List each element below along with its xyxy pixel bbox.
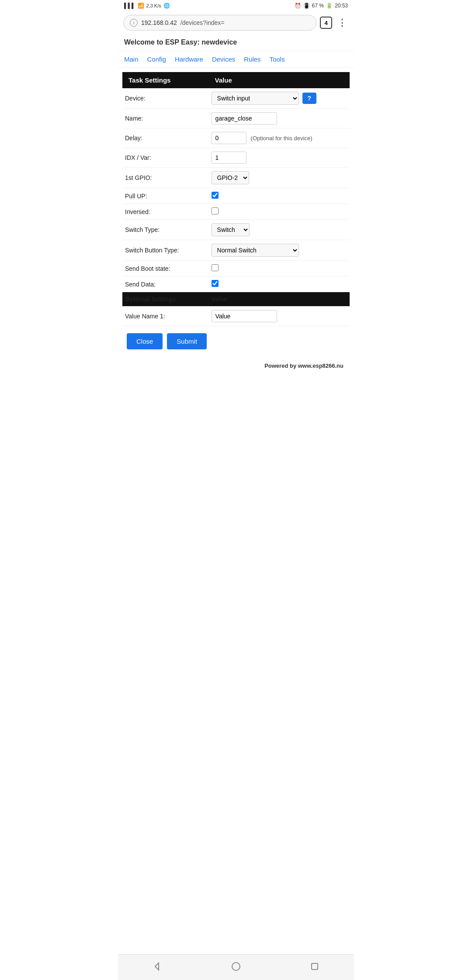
optional-settings-col2: Value xyxy=(209,292,350,307)
battery-text: 67 % xyxy=(312,3,324,9)
idx-value-cell xyxy=(209,148,350,168)
pullup-row: Pull UP: xyxy=(122,188,350,204)
device-value-cell: Switch input Temperature Humidity ? xyxy=(209,88,350,109)
speed-indicator: 2,3 K/s xyxy=(146,3,161,8)
sendboot-checkbox[interactable] xyxy=(212,264,219,271)
optional-settings-header: Optional Settings Value xyxy=(122,292,350,307)
switchbtntype-label: Switch Button Type: xyxy=(122,240,209,261)
inversed-value-cell xyxy=(209,204,350,220)
alarm-icon: ⏰ xyxy=(295,3,301,9)
delay-note: (Optional for this device) xyxy=(251,135,312,141)
switchtype-row: Switch Type: Switch Dimmer xyxy=(122,220,350,240)
info-icon: i xyxy=(130,19,138,27)
battery-icon: 🔋 xyxy=(326,3,333,9)
gpio-value-cell: GPIO-0 GPIO-2 GPIO-4 xyxy=(209,168,350,188)
task-settings-col2: Value xyxy=(209,72,350,88)
pullup-value-cell xyxy=(209,188,350,204)
switchtype-label: Switch Type: xyxy=(122,220,209,240)
delay-row-inner: (Optional for this device) xyxy=(212,132,347,144)
switchtype-select[interactable]: Switch Dimmer xyxy=(212,223,250,236)
url-bar[interactable]: i 192.168.0.42/devices?index= xyxy=(123,15,316,31)
idx-input[interactable] xyxy=(212,152,246,164)
browser-bar: i 192.168.0.42/devices?index= 4 ⋮ xyxy=(118,11,354,34)
status-left: ▌▌▌ 📶 2,3 K/s 🌐 xyxy=(124,3,170,9)
status-bar: ▌▌▌ 📶 2,3 K/s 🌐 ⏰ 📳 67 % 🔋 20:53 xyxy=(118,0,354,11)
inversed-label: Inversed: xyxy=(122,204,209,220)
optional-settings-col1: Optional Settings xyxy=(122,292,209,307)
delay-input[interactable] xyxy=(212,132,246,144)
senddata-checkbox[interactable] xyxy=(212,280,219,287)
button-row: Close Submit xyxy=(122,326,350,354)
nav-main[interactable]: Main xyxy=(124,55,139,63)
name-value-cell xyxy=(209,109,350,128)
nav-config[interactable]: Config xyxy=(147,55,166,63)
wifi-icon: 📶 xyxy=(138,3,144,9)
idx-label: IDX / Var: xyxy=(122,148,209,168)
inversed-row: Inversed: xyxy=(122,204,350,220)
status-right: ⏰ 📳 67 % 🔋 20:53 xyxy=(295,3,348,9)
task-settings-table: Task Settings Value Device: Switch input… xyxy=(122,72,350,326)
valuename1-row: Value Name 1: xyxy=(122,307,350,326)
device-help-button[interactable]: ? xyxy=(302,93,317,104)
url-host: 192.168.0.42 xyxy=(141,19,177,26)
gpio-select[interactable]: GPIO-0 GPIO-2 GPIO-4 xyxy=(212,171,249,184)
sendboot-row: Send Boot state: xyxy=(122,261,350,276)
senddata-row: Send Data: xyxy=(122,276,350,292)
name-row: Name: xyxy=(122,109,350,128)
valuename1-value-cell xyxy=(209,307,350,326)
welcome-banner: Welcome to ESP Easy: newdevice xyxy=(118,34,354,51)
signal-icon: ▌▌▌ xyxy=(124,3,135,9)
device-select[interactable]: Switch input Temperature Humidity xyxy=(212,92,299,105)
sendboot-value-cell xyxy=(209,261,350,276)
main-content: Task Settings Value Device: Switch input… xyxy=(118,68,354,413)
gpio-row: 1st GPIO: GPIO-0 GPIO-2 GPIO-4 xyxy=(122,168,350,188)
nav-devices[interactable]: Devices xyxy=(212,55,235,63)
name-input[interactable] xyxy=(212,112,277,124)
switchbtntype-value-cell: Normal Switch Push Button Active Low Pus… xyxy=(209,240,350,261)
footer: Powered by www.esp8266.nu xyxy=(122,354,350,373)
close-button[interactable]: Close xyxy=(127,333,163,349)
device-select-row: Switch input Temperature Humidity ? xyxy=(212,92,347,105)
delay-value-cell: (Optional for this device) xyxy=(209,128,350,148)
task-settings-header: Task Settings Value xyxy=(122,72,350,88)
task-settings-col1: Task Settings xyxy=(122,72,209,88)
nav-tools[interactable]: Tools xyxy=(270,55,285,63)
vibrate-icon: 📳 xyxy=(303,3,310,9)
switchbtntype-select[interactable]: Normal Switch Push Button Active Low Pus… xyxy=(212,244,299,257)
submit-button[interactable]: Submit xyxy=(167,333,207,349)
valuename1-label: Value Name 1: xyxy=(122,307,209,326)
valuename1-input[interactable] xyxy=(212,310,277,322)
pullup-label: Pull UP: xyxy=(122,188,209,204)
senddata-value-cell xyxy=(209,276,350,292)
device-row: Device: Switch input Temperature Humidit… xyxy=(122,88,350,109)
pullup-checkbox[interactable] xyxy=(212,192,219,199)
location-icon: 🌐 xyxy=(163,3,170,9)
name-label: Name: xyxy=(122,109,209,128)
tab-count[interactable]: 4 xyxy=(320,17,332,29)
device-label: Device: xyxy=(122,88,209,109)
inversed-checkbox[interactable] xyxy=(212,207,219,214)
nav-rules[interactable]: Rules xyxy=(244,55,260,63)
delay-row: Delay: (Optional for this device) xyxy=(122,128,350,148)
delay-label: Delay: xyxy=(122,128,209,148)
sendboot-label: Send Boot state: xyxy=(122,261,209,276)
nav-hardware[interactable]: Hardware xyxy=(175,55,203,63)
switchbtntype-row: Switch Button Type: Normal Switch Push B… xyxy=(122,240,350,261)
idx-row: IDX / Var: xyxy=(122,148,350,168)
nav-bar: Main Config Hardware Devices Rules Tools xyxy=(118,51,354,68)
senddata-label: Send Data: xyxy=(122,276,209,292)
switchtype-value-cell: Switch Dimmer xyxy=(209,220,350,240)
more-menu-button[interactable]: ⋮ xyxy=(336,17,349,28)
url-path: /devices?index= xyxy=(180,19,225,26)
time-display: 20:53 xyxy=(335,3,348,9)
gpio-label: 1st GPIO: xyxy=(122,168,209,188)
